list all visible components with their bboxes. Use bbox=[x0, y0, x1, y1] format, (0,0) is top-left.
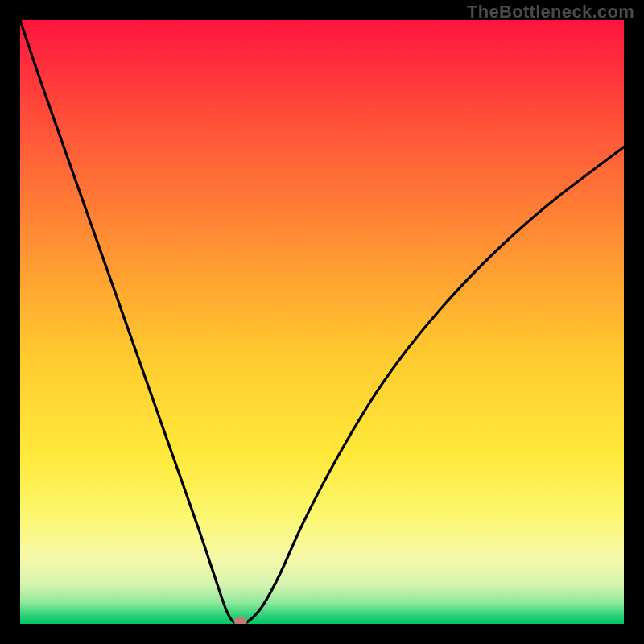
chart-frame: TheBottleneck.com bbox=[0, 0, 644, 644]
bottleneck-plot-svg bbox=[20, 20, 624, 624]
watermark-text: TheBottleneck.com bbox=[467, 2, 634, 23]
gradient-background bbox=[20, 20, 624, 624]
plot-area bbox=[20, 20, 624, 624]
